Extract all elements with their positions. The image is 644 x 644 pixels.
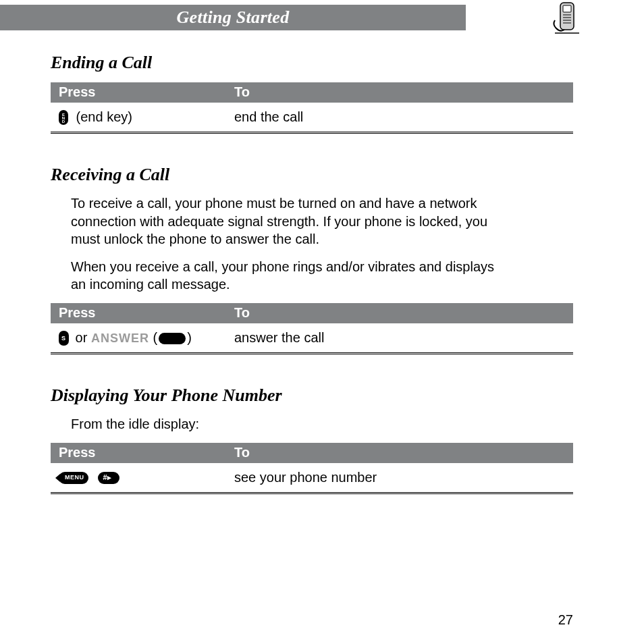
cell-to: see your phone number <box>226 463 573 493</box>
heading-ending-a-call: Ending a Call <box>51 53 573 73</box>
heading-displaying-phone-number: Displaying Your Phone Number <box>51 385 573 406</box>
col-header-to: To <box>226 82 573 103</box>
heading-receiving-a-call: Receiving a Call <box>51 165 573 185</box>
send-key-icon <box>59 331 69 346</box>
table-receiving-call: Press To or ANSWER () answer the call <box>51 303 573 354</box>
close-paren: ) <box>187 330 192 345</box>
page-header-title: Getting Started <box>176 7 289 28</box>
manual-page: Getting Started Ending a Call Press To <box>0 0 644 644</box>
softkey-icon <box>159 333 186 344</box>
cell-press: (end key) <box>51 103 226 133</box>
paragraph: When you receive a call, your phone ring… <box>71 258 503 294</box>
cell-to: end the call <box>226 103 573 133</box>
table-row: or ANSWER () answer the call <box>51 323 573 354</box>
hash-key-icon <box>98 472 119 484</box>
open-paren: ( <box>153 330 157 345</box>
end-key-label: (end key) <box>76 109 132 124</box>
page-header-bar: Getting Started <box>0 5 466 30</box>
cell-press: or ANSWER () <box>51 323 226 354</box>
paragraph: From the idle display: <box>71 415 503 433</box>
cell-press <box>51 463 226 493</box>
phone-illustration-icon <box>548 0 586 38</box>
col-header-to: To <box>226 303 573 323</box>
or-text: or <box>72 330 91 345</box>
page-number: 27 <box>558 612 573 628</box>
paragraph: To receive a call, your phone must be tu… <box>71 194 503 248</box>
end-key-icon <box>59 110 68 125</box>
cell-to: answer the call <box>226 323 573 354</box>
svg-rect-1 <box>563 5 571 12</box>
page-content: Ending a Call Press To (end key) end the… <box>51 0 573 494</box>
answer-softkey-label: ANSWER <box>91 331 149 345</box>
col-header-press: Press <box>51 82 226 103</box>
table-ending-call: Press To (end key) end the call <box>51 82 573 134</box>
table-row: see your phone number <box>51 463 573 493</box>
menu-key-icon <box>59 472 88 484</box>
table-display-number: Press To see your phone number <box>51 443 573 494</box>
col-header-press: Press <box>51 443 226 463</box>
table-row: (end key) end the call <box>51 103 573 133</box>
col-header-to: To <box>226 443 573 463</box>
col-header-press: Press <box>51 303 226 323</box>
